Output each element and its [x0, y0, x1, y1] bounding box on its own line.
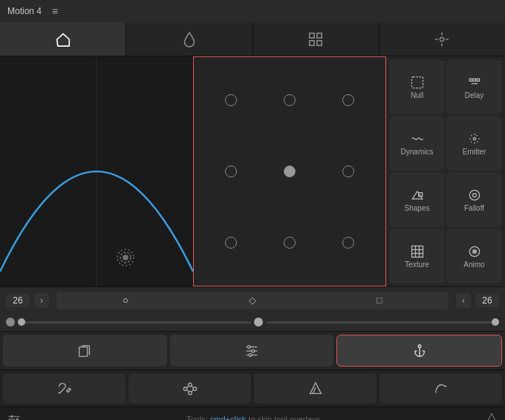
- grid-dot-6[interactable]: [225, 237, 237, 249]
- shape-circle[interactable]: ○: [123, 295, 128, 306]
- grid-dot-8[interactable]: [342, 237, 354, 249]
- tab-drop[interactable]: [126, 22, 252, 56]
- svg-point-30: [249, 353, 252, 356]
- shapes-icon: [410, 188, 425, 203]
- grid-dot-1[interactable]: [284, 94, 296, 106]
- tool-animo[interactable]: Animo: [446, 229, 502, 283]
- grid-dot-7[interactable]: [284, 237, 296, 249]
- grid-dot-0[interactable]: [225, 94, 237, 106]
- controls-row: 26 › ○ ◇ □ ‹ 26: [0, 286, 505, 313]
- tool-null[interactable]: Null: [389, 59, 445, 114]
- sec-paint-btn[interactable]: [3, 373, 126, 404]
- grid-dot-5[interactable]: [342, 165, 354, 177]
- tab-grid[interactable]: [253, 22, 379, 56]
- second-toolbar: [0, 370, 505, 407]
- tool-emitter[interactable]: Emitter: [446, 116, 502, 171]
- tool-falloff[interactable]: Falloff: [446, 172, 502, 227]
- svg-line-41: [191, 389, 193, 391]
- status-bar: Tools: cmd+click to skip tool overlays: [0, 407, 505, 420]
- svg-point-12: [469, 190, 479, 200]
- texture-icon: [410, 244, 425, 259]
- emitter-icon: [467, 131, 482, 146]
- menu-icon[interactable]: ≡: [52, 5, 58, 17]
- chevron-left-btn[interactable]: ‹: [456, 293, 471, 308]
- dynamics-icon: [410, 131, 425, 146]
- status-highlight: cmd+click: [210, 415, 247, 421]
- status-left[interactable]: [7, 415, 21, 421]
- right-tool-panel: Null Delay Dynamics Emitter: [386, 56, 505, 286]
- svg-line-40: [191, 385, 193, 387]
- svg-point-47: [11, 416, 13, 417]
- svg-point-28: [248, 345, 251, 348]
- tool-texture-label: Texture: [405, 260, 429, 269]
- right-number[interactable]: 26: [475, 294, 499, 307]
- tool-animo-label: Animo: [463, 260, 484, 269]
- left-number[interactable]: 26: [6, 294, 30, 307]
- toolbar-copy-btn[interactable]: [3, 335, 167, 367]
- grid-dot-4[interactable]: [284, 165, 296, 177]
- sec-node-btn[interactable]: [128, 373, 251, 404]
- svg-rect-24: [79, 347, 88, 356]
- title-bar: Motion 4 ≡: [0, 0, 505, 22]
- svg-line-39: [186, 385, 189, 387]
- svg-rect-1: [317, 33, 322, 37]
- tab-move[interactable]: [379, 22, 505, 56]
- svg-point-48: [16, 418, 18, 419]
- toolbar-anchor-btn[interactable]: [336, 335, 502, 367]
- slider-thumb-left[interactable]: [18, 318, 25, 326]
- radio-icon: [115, 247, 136, 272]
- status-message: Tools: cmd+click to skip tool overlays: [21, 415, 486, 421]
- status-text-suffix: to skip tool overlays: [246, 415, 320, 421]
- bottom-toolbar: [0, 331, 505, 370]
- toolbar-adjust-btn[interactable]: [170, 335, 334, 367]
- status-right[interactable]: [486, 412, 498, 420]
- svg-point-13: [472, 193, 476, 197]
- svg-point-11: [473, 137, 475, 140]
- anchor-grid[interactable]: [193, 56, 386, 286]
- svg-point-29: [252, 350, 255, 352]
- svg-rect-0: [310, 33, 314, 37]
- svg-rect-2: [310, 40, 314, 45]
- app-title: Motion 4: [7, 6, 42, 16]
- tool-texture[interactable]: Texture: [389, 229, 445, 283]
- sec-shape-btn[interactable]: [254, 373, 377, 404]
- animo-icon: [467, 244, 482, 259]
- svg-rect-10: [411, 76, 423, 88]
- tool-falloff-label: Falloff: [464, 204, 484, 212]
- tool-shapes[interactable]: Shapes: [389, 172, 445, 227]
- shape-square[interactable]: □: [377, 295, 382, 306]
- tool-null-label: Null: [411, 91, 423, 99]
- main-area: Null Delay Dynamics Emitter: [0, 56, 505, 286]
- shape-selector: ○ ◇ □: [56, 292, 449, 309]
- tool-delay-label: Delay: [465, 91, 484, 99]
- delay-icon: [467, 75, 482, 90]
- svg-point-31: [418, 344, 421, 347]
- slider-handle-mid[interactable]: [254, 318, 263, 327]
- tab-home[interactable]: [0, 22, 126, 56]
- null-icon: [410, 75, 425, 90]
- tool-shapes-label: Shapes: [405, 204, 430, 212]
- svg-rect-14: [411, 246, 423, 257]
- chevron-right-btn[interactable]: ›: [34, 293, 49, 308]
- svg-point-4: [440, 37, 445, 42]
- canvas-area: [0, 56, 193, 286]
- top-tabs: [0, 22, 505, 56]
- svg-line-42: [186, 389, 189, 391]
- slider-track-right[interactable]: [266, 321, 499, 324]
- tool-dynamics-label: Dynamics: [401, 148, 434, 156]
- svg-point-7: [123, 255, 128, 260]
- grid-dot-3[interactable]: [225, 165, 237, 177]
- slider-handle-left[interactable]: [6, 318, 15, 327]
- slider-track-left[interactable]: [18, 321, 251, 324]
- svg-rect-3: [317, 40, 322, 45]
- status-text-prefix: Tools:: [186, 415, 210, 421]
- grid-dot-2[interactable]: [342, 94, 354, 106]
- tool-dynamics[interactable]: Dynamics: [389, 116, 445, 171]
- slider-thumb-right[interactable]: [492, 318, 499, 326]
- sec-curve-btn[interactable]: [379, 373, 502, 404]
- tool-delay[interactable]: Delay: [446, 59, 502, 114]
- slider-row: [0, 313, 505, 331]
- tool-emitter-label: Emitter: [463, 148, 486, 156]
- falloff-icon: [467, 188, 482, 203]
- shape-diamond[interactable]: ◇: [249, 295, 256, 306]
